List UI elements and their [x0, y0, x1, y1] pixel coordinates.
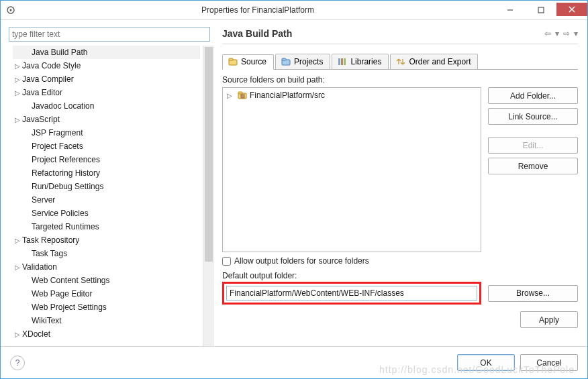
svg-rect-7 [229, 58, 233, 60]
remove-button[interactable]: Remove [488, 158, 578, 174]
tree-item[interactable]: Web Content Settings [13, 274, 200, 287]
tree-item[interactable]: Targeted Runtimes [13, 220, 200, 233]
tree-item-label: Targeted Runtimes [32, 222, 99, 231]
tree-item-label: Java Compiler [22, 74, 74, 84]
package-icon [238, 91, 247, 99]
svg-rect-11 [341, 58, 343, 65]
default-output-input[interactable] [226, 286, 477, 301]
tab-order-export[interactable]: Order and Export [390, 54, 478, 69]
tree-item[interactable]: ▷JavaScript [13, 113, 200, 126]
allow-output-label: Allow output folders for source folders [234, 256, 369, 266]
tree-item-label: Web Project Settings [32, 303, 107, 312]
apply-button[interactable]: Apply [520, 311, 578, 328]
left-pane: Java Build Path▷Java Code Style▷Java Com… [1, 20, 214, 346]
source-tree[interactable]: ▷ FinancialPlatform/src [222, 87, 481, 252]
tree-item[interactable]: ▷XDoclet [13, 327, 200, 341]
tab-label: Projects [294, 57, 323, 66]
tree-item[interactable]: ▷Java Editor [13, 86, 200, 99]
tree-item-label: Refactoring History [32, 168, 100, 178]
tree-item-label: Server [32, 195, 55, 205]
filter-input[interactable] [9, 27, 210, 42]
source-folder-label: FinancialPlatform/src [250, 91, 325, 100]
tree-item[interactable]: ▷Java Code Style [13, 59, 200, 72]
tree-item-label: Java Code Style [22, 61, 81, 70]
svg-rect-14 [238, 92, 242, 94]
tree-item-label: Task Repository [22, 235, 79, 245]
tree-item[interactable]: Javadoc Location [13, 99, 200, 113]
expand-icon[interactable]: ▷ [13, 331, 22, 338]
tree-item[interactable]: Java Build Path [13, 46, 200, 59]
tree-item[interactable]: Project Facets [13, 140, 200, 153]
tree-item-label: Java Build Path [32, 48, 87, 57]
tree-item[interactable]: JSP Fragment [13, 126, 200, 140]
tree-item-label: Validation [22, 262, 57, 272]
tree-item-label: Project Facets [32, 142, 83, 151]
tab-projects[interactable]: Projects [275, 54, 330, 69]
help-button[interactable]: ? [10, 356, 25, 370]
tree-item[interactable]: Run/Debug Settings [13, 180, 200, 193]
source-folder-item[interactable]: ▷ FinancialPlatform/src [227, 91, 477, 100]
tree-item[interactable]: Project References [13, 153, 200, 166]
edit-button: Edit... [488, 137, 578, 154]
tab-source[interactable]: Source [222, 54, 274, 70]
allow-output-row[interactable]: Allow output folders for source folders [222, 256, 578, 266]
titlebar: Properties for FinancialPlatform [1, 1, 587, 20]
tree-item[interactable]: ▷Validation [13, 260, 200, 274]
svg-rect-12 [344, 58, 346, 65]
cancel-button[interactable]: Cancel [520, 354, 578, 371]
tree-item[interactable]: Refactoring History [13, 166, 200, 180]
forward-menu-icon[interactable]: ▾ [574, 29, 578, 38]
tree-item[interactable]: Task Tags [13, 247, 200, 260]
svg-rect-3 [538, 7, 544, 13]
tree-item-label: WikiText [32, 316, 62, 325]
add-folder-button[interactable]: Add Folder... [488, 87, 578, 104]
expand-icon[interactable]: ▷ [13, 264, 22, 271]
expand-icon[interactable]: ▷ [13, 116, 22, 123]
close-button[interactable] [556, 3, 587, 16]
tree-item-label: XDoclet [22, 329, 50, 339]
projects-icon [281, 57, 291, 66]
svg-rect-10 [338, 58, 340, 65]
tree-item-label: Run/Debug Settings [32, 182, 103, 191]
browse-button[interactable]: Browse... [488, 285, 578, 302]
tree-item[interactable]: Web Project Settings [13, 301, 200, 314]
tree-item-label: Task Tags [32, 249, 67, 258]
scrollbar[interactable] [203, 46, 214, 346]
page-title: Java Build Path [222, 28, 544, 39]
svg-rect-9 [282, 58, 286, 60]
tree-item[interactable]: ▷Java Compiler [13, 72, 200, 86]
tree-item[interactable]: WikiText [13, 314, 200, 327]
tabs: Source Projects Libraries Order and Expo… [222, 54, 578, 70]
ok-button[interactable]: OK [457, 354, 515, 371]
source-icon [228, 57, 238, 66]
scrollbar-thumb[interactable] [205, 47, 213, 262]
back-menu-icon[interactable]: ▾ [555, 29, 559, 38]
source-folders-label: Source folders on build path: [222, 75, 578, 85]
tree-item[interactable]: Service Policies [13, 207, 200, 220]
tree-item-label: JSP Fragment [32, 128, 83, 138]
tree-item-label: Javadoc Location [32, 101, 94, 111]
category-tree[interactable]: Java Build Path▷Java Code Style▷Java Com… [9, 46, 200, 346]
default-output-label: Default output folder: [222, 271, 578, 280]
tree-item[interactable]: Web Page Editor [13, 287, 200, 301]
tree-item-label: Service Policies [32, 209, 89, 218]
tree-item[interactable]: Server [13, 193, 200, 207]
back-icon[interactable]: ⇦ [544, 29, 551, 38]
expand-icon[interactable]: ▷ [13, 76, 22, 83]
app-icon [1, 5, 21, 15]
tab-libraries[interactable]: Libraries [332, 54, 389, 69]
expand-icon[interactable]: ▷ [13, 237, 22, 244]
order-export-icon [396, 57, 405, 66]
right-pane: Java Build Path ⇦▾ ⇨▾ Source Projects L [218, 20, 587, 346]
expand-icon[interactable]: ▷ [227, 92, 235, 99]
minimize-button[interactable] [495, 3, 526, 17]
tree-item-label: Web Content Settings [32, 276, 110, 285]
allow-output-checkbox[interactable] [222, 257, 231, 266]
svg-rect-15 [241, 95, 244, 98]
tree-item[interactable]: ▷Task Repository [13, 233, 200, 247]
expand-icon[interactable]: ▷ [13, 62, 22, 70]
maximize-button[interactable] [526, 3, 556, 17]
forward-icon[interactable]: ⇨ [563, 29, 570, 38]
expand-icon[interactable]: ▷ [13, 89, 22, 97]
link-source-button[interactable]: Link Source... [488, 108, 578, 125]
